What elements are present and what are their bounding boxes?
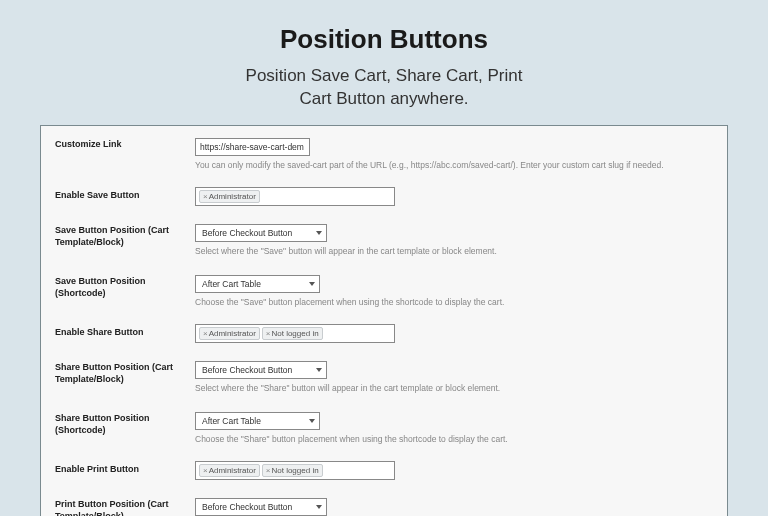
enable-print-taginput[interactable]: Administrator Not logged in: [195, 461, 395, 480]
subtitle-line2: Cart Button anywhere.: [299, 89, 468, 108]
row-customize-link: Customize Link You can only modify the s…: [55, 136, 713, 171]
customize-link-input[interactable]: [195, 138, 310, 156]
row-enable-share: Enable Share Button Administrator Not lo…: [55, 324, 713, 343]
settings-panel: Customize Link You can only modify the s…: [40, 125, 728, 516]
page-title: Position Buttons: [0, 0, 768, 55]
save-pos-template-select[interactable]: Before Checkout Button: [195, 224, 327, 242]
help-save-pos-shortcode: Choose the "Save" button placement when …: [195, 297, 713, 308]
label-enable-save: Enable Save Button: [55, 187, 195, 202]
share-pos-template-select[interactable]: Before Checkout Button: [195, 361, 327, 379]
label-share-pos-shortcode: Share Button Position (Shortcode): [55, 410, 195, 436]
help-share-pos-template: Select where the "Share" button will app…: [195, 383, 713, 394]
row-share-pos-template: Share Button Position (Cart Template/Blo…: [55, 359, 713, 394]
help-share-pos-shortcode: Choose the "Share" button placement when…: [195, 434, 713, 445]
save-pos-shortcode-select[interactable]: After Cart Table: [195, 275, 320, 293]
share-pos-shortcode-select[interactable]: After Cart Table: [195, 412, 320, 430]
row-enable-save: Enable Save Button Administrator: [55, 187, 713, 206]
enable-share-taginput[interactable]: Administrator Not logged in: [195, 324, 395, 343]
help-save-pos-template: Select where the "Save" button will appe…: [195, 246, 713, 257]
tag-administrator[interactable]: Administrator: [199, 327, 260, 340]
label-enable-share: Enable Share Button: [55, 324, 195, 339]
label-customize-link: Customize Link: [55, 136, 195, 151]
tag-not-logged-in[interactable]: Not logged in: [262, 327, 323, 340]
row-enable-print: Enable Print Button Administrator Not lo…: [55, 461, 713, 480]
row-share-pos-shortcode: Share Button Position (Shortcode) After …: [55, 410, 713, 445]
tag-administrator[interactable]: Administrator: [199, 190, 260, 203]
label-save-pos-shortcode: Save Button Position (Shortcode): [55, 273, 195, 299]
label-print-pos-template: Print Button Position (Cart Template/Blo…: [55, 496, 195, 516]
label-save-pos-template: Save Button Position (Cart Template/Bloc…: [55, 222, 195, 248]
page-subtitle: Position Save Cart, Share Cart, Print Ca…: [0, 65, 768, 111]
row-print-pos-template: Print Button Position (Cart Template/Blo…: [55, 496, 713, 516]
subtitle-line1: Position Save Cart, Share Cart, Print: [246, 66, 523, 85]
tag-administrator[interactable]: Administrator: [199, 464, 260, 477]
tag-not-logged-in[interactable]: Not logged in: [262, 464, 323, 477]
enable-save-taginput[interactable]: Administrator: [195, 187, 395, 206]
label-enable-print: Enable Print Button: [55, 461, 195, 476]
print-pos-template-select[interactable]: Before Checkout Button: [195, 498, 327, 516]
row-save-pos-shortcode: Save Button Position (Shortcode) After C…: [55, 273, 713, 308]
row-save-pos-template: Save Button Position (Cart Template/Bloc…: [55, 222, 713, 257]
help-customize-link: You can only modify the saved-cart part …: [195, 160, 713, 171]
label-share-pos-template: Share Button Position (Cart Template/Blo…: [55, 359, 195, 385]
